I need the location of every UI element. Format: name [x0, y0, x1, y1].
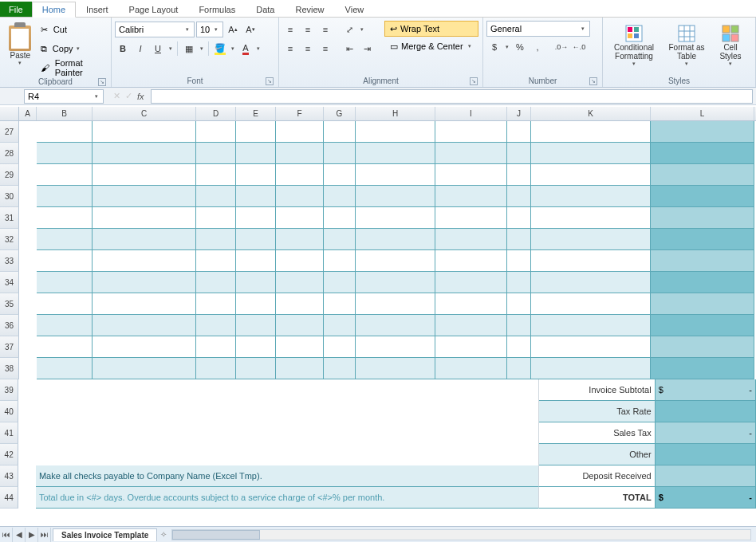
table-cell[interactable]: [196, 164, 236, 186]
accounting-format-button[interactable]: $: [486, 39, 502, 55]
sheet-nav-next[interactable]: ▶: [26, 528, 38, 542]
empty-cell[interactable]: [36, 401, 516, 422]
paste-button[interactable]: Paste ▾: [3, 19, 37, 72]
orientation-button[interactable]: ⤢: [341, 22, 357, 37]
table-cell[interactable]: [196, 186, 236, 207]
table-cell[interactable]: [196, 293, 236, 315]
empty-cell[interactable]: [36, 444, 516, 465]
table-cell[interactable]: [356, 186, 435, 207]
row-header[interactable]: 27: [0, 121, 19, 143]
align-middle-button[interactable]: ≡: [300, 22, 316, 37]
table-cell[interactable]: [276, 336, 324, 358]
table-cell[interactable]: [507, 358, 531, 379]
row-header[interactable]: 41: [0, 422, 18, 444]
select-all-corner[interactable]: [0, 107, 19, 120]
table-cell[interactable]: [507, 164, 531, 186]
table-cell[interactable]: [324, 358, 356, 379]
row-header[interactable]: 32: [0, 229, 19, 250]
cell[interactable]: [18, 422, 36, 444]
table-cell[interactable]: [37, 315, 93, 336]
table-cell[interactable]: [236, 272, 276, 293]
sheet-tab-active[interactable]: Sales Invoice Template: [53, 528, 157, 541]
table-cell[interactable]: [37, 164, 93, 186]
table-cell[interactable]: [196, 272, 236, 293]
table-cell[interactable]: [324, 164, 356, 186]
table-cell[interactable]: [435, 207, 507, 229]
summary-value-tax_rate[interactable]: [656, 401, 756, 422]
amount-cell[interactable]: [651, 121, 754, 143]
tab-formulas[interactable]: Formulas: [188, 2, 246, 17]
cell[interactable]: [19, 336, 37, 358]
table-cell[interactable]: [37, 143, 93, 164]
row-header[interactable]: 30: [0, 186, 19, 207]
cell[interactable]: [516, 444, 539, 465]
table-cell[interactable]: [37, 207, 93, 229]
table-cell[interactable]: [324, 186, 356, 207]
row-header[interactable]: 36: [0, 315, 19, 336]
table-cell[interactable]: [276, 143, 324, 164]
sheet-nav-prev[interactable]: ◀: [13, 528, 26, 542]
amount-cell[interactable]: [651, 143, 754, 164]
name-box[interactable]: R4▾: [24, 89, 104, 104]
table-cell[interactable]: [276, 272, 324, 293]
cell-styles-button[interactable]: Cell Styles▾: [711, 19, 750, 72]
table-cell[interactable]: [37, 272, 93, 293]
column-header-C[interactable]: C: [93, 107, 196, 120]
table-cell[interactable]: [531, 143, 651, 164]
amount-cell[interactable]: [651, 207, 754, 229]
table-cell[interactable]: [531, 186, 651, 207]
font-launcher[interactable]: ↘: [266, 77, 274, 85]
cell[interactable]: [19, 358, 37, 379]
font-size-combo[interactable]: 10▾: [196, 22, 223, 37]
amount-cell[interactable]: [651, 186, 754, 207]
row-header[interactable]: 33: [0, 250, 19, 272]
column-header-K[interactable]: K: [531, 107, 651, 120]
table-cell[interactable]: [324, 336, 356, 358]
table-cell[interactable]: [37, 358, 93, 379]
table-cell[interactable]: [324, 121, 356, 143]
decrease-decimal-button[interactable]: ←.0: [571, 39, 587, 55]
formula-input[interactable]: [151, 89, 753, 104]
table-cell[interactable]: [531, 272, 651, 293]
table-cell[interactable]: [324, 250, 356, 272]
table-cell[interactable]: [276, 229, 324, 250]
table-cell[interactable]: [236, 121, 276, 143]
table-cell[interactable]: [196, 207, 236, 229]
cell[interactable]: [19, 143, 37, 164]
column-header-G[interactable]: G: [324, 107, 356, 120]
amount-cell[interactable]: [651, 293, 754, 315]
table-cell[interactable]: [196, 121, 236, 143]
table-cell[interactable]: [507, 229, 531, 250]
table-cell[interactable]: [276, 121, 324, 143]
column-header-I[interactable]: I: [435, 107, 507, 120]
cell[interactable]: [516, 422, 539, 444]
row-header[interactable]: 44: [0, 487, 18, 509]
tab-review[interactable]: Review: [285, 2, 334, 17]
cell[interactable]: [19, 186, 37, 207]
format-as-table-button[interactable]: Format as Table▾: [665, 19, 708, 72]
conditional-formatting-button[interactable]: Conditional Formatting▾: [606, 19, 662, 72]
table-cell[interactable]: [37, 229, 93, 250]
summary-value-other[interactable]: [656, 444, 756, 465]
underline-button[interactable]: U: [150, 41, 166, 57]
table-cell[interactable]: [507, 121, 531, 143]
table-cell[interactable]: [324, 272, 356, 293]
align-bottom-button[interactable]: ≡: [317, 22, 333, 37]
fx-cancel-icon[interactable]: ✕: [113, 91, 120, 101]
cell[interactable]: [19, 229, 37, 250]
cell[interactable]: [19, 164, 37, 186]
table-cell[interactable]: [435, 315, 507, 336]
table-cell[interactable]: [236, 358, 276, 379]
table-cell[interactable]: [531, 250, 651, 272]
row-header[interactable]: 28: [0, 143, 19, 164]
column-header-F[interactable]: F: [276, 107, 324, 120]
table-cell[interactable]: [531, 293, 651, 315]
table-cell[interactable]: [37, 186, 93, 207]
table-cell[interactable]: [356, 164, 435, 186]
table-cell[interactable]: [93, 250, 196, 272]
tab-insert[interactable]: Insert: [76, 2, 119, 17]
table-cell[interactable]: [93, 121, 196, 143]
row-header[interactable]: 37: [0, 336, 19, 358]
row-header[interactable]: 43: [0, 465, 18, 487]
cell[interactable]: [18, 487, 36, 509]
